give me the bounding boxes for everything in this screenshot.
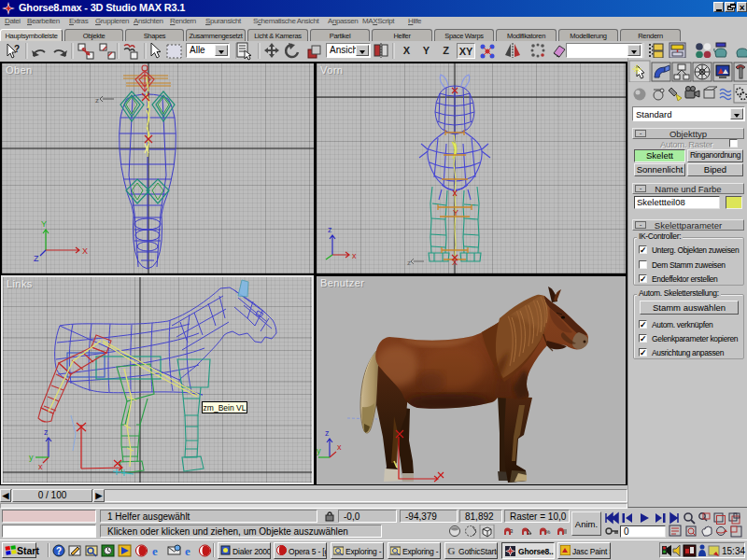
- svg-text:?: ?: [56, 546, 62, 556]
- svg-text:Y: Y: [41, 219, 47, 229]
- svg-text:Z: Z: [34, 254, 39, 263]
- svg-text:3: 3: [510, 528, 514, 534]
- svg-text:e: e: [185, 544, 190, 558]
- svg-text:z: z: [328, 225, 332, 234]
- svg-text:x: x: [38, 462, 43, 471]
- svg-text:x: x: [352, 251, 357, 260]
- svg-text:G: G: [447, 545, 456, 555]
- svg-text:X: X: [452, 258, 458, 267]
- svg-text:z: z: [325, 428, 330, 438]
- svg-text:X: X: [82, 246, 88, 256]
- svg-text:z: z: [44, 427, 49, 437]
- svg-text:e: e: [152, 544, 158, 558]
- svg-text:z: z: [95, 96, 99, 105]
- svg-text:y: y: [317, 446, 321, 455]
- svg-text:z: z: [407, 259, 411, 267]
- svg-text:%: %: [545, 529, 551, 535]
- svg-text:Y: Y: [453, 208, 458, 217]
- svg-text:x: x: [337, 442, 342, 452]
- svg-text:y: y: [29, 453, 34, 462]
- svg-text:?: ?: [14, 44, 20, 54]
